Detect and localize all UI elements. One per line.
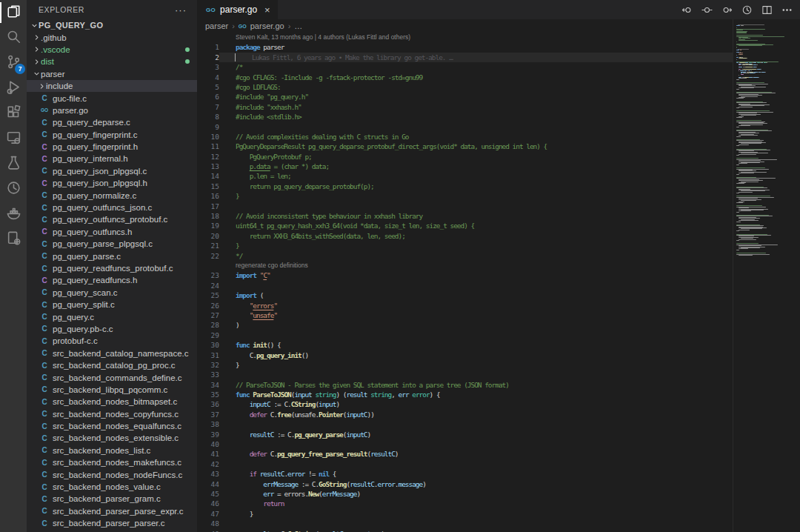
tree-item-parser.go[interactable]: GOparser.go [27, 104, 197, 116]
activity-item-docker[interactable] [0, 202, 27, 227]
tree-item-pg_query_scan.c[interactable]: Cpg_query_scan.c [27, 287, 197, 299]
codelens[interactable]: regenerate cgo definitions [197, 261, 733, 270]
code-line[interactable]: 23import "C" [197, 270, 733, 280]
code-line[interactable]: 46 return [197, 499, 733, 508]
tree-item-src_backend_nodes_extensible.c[interactable]: Csrc_backend_nodes_extensible.c [27, 432, 197, 444]
code-line[interactable]: 4#cgo CFLAGS: -Iinclude -g -fstack-prote… [197, 73, 733, 82]
tree-item-pg_query_readfuncs_protobuf.c[interactable]: Cpg_query_readfuncs_protobuf.c [27, 262, 197, 274]
code-line[interactable]: 2Lukas Fittl, 6 years ago • Make the lib… [197, 53, 733, 62]
tree-item-protobuf-c.c[interactable]: Cprotobuf-c.c [27, 335, 197, 347]
tree-item-pg_query_parse_plpgsql.c[interactable]: Cpg_query_parse_plpgsql.c [27, 238, 197, 250]
tree-item-pg_query_split.c[interactable]: Cpg_query_split.c [27, 299, 197, 310]
codelens[interactable]: Steven Kalt, 13 months ago | 4 authors (… [197, 33, 733, 42]
activity-item-project-manager[interactable] [0, 227, 27, 252]
tree-item-pg_query_json_plpgsql.c[interactable]: Cpg_query_json_plpgsql.c [27, 165, 197, 177]
code-line[interactable]: 38 [197, 419, 733, 429]
minimap[interactable] [733, 19, 800, 532]
tree-item-src_backend_catalog_namespace.c[interactable]: Csrc_backend_catalog_namespace.c [27, 348, 197, 359]
code-line[interactable]: 8#include <stdlib.h> [197, 112, 733, 122]
code-line[interactable]: 39 resultC := C.pg_query_parse(inputC) [197, 430, 733, 439]
code-line[interactable]: 42 [197, 459, 733, 469]
tree-item-pg_query_internal.h[interactable]: Cpg_query_internal.h [27, 153, 197, 164]
tree-item-parser[interactable]: parser [27, 68, 197, 80]
code-line[interactable]: 6#include "pg_query.h" [197, 92, 733, 102]
code-line[interactable]: 7#include "xxhash.h" [197, 102, 733, 112]
tree-item-src_backend_commands_define.c[interactable]: Csrc_backend_commands_define.c [27, 371, 197, 383]
next-change-button[interactable] [721, 4, 733, 16]
code-line[interactable]: 3/* [197, 62, 733, 72]
activity-item-remote-explorer[interactable] [0, 126, 27, 151]
tree-item-pg_query_outfuncs_protobuf.c[interactable]: Cpg_query_outfuncs_protobuf.c [27, 213, 197, 225]
close-icon[interactable]: × [264, 4, 270, 16]
tree-item-pg_query.c[interactable]: Cpg_query.c [27, 310, 197, 322]
open-changes-button[interactable] [701, 4, 713, 16]
code-line[interactable]: 12 PgQueryProtobuf p; [197, 152, 733, 162]
tree-item-src_backend_nodes_nodeFuncs.c[interactable]: Csrc_backend_nodes_nodeFuncs.c [27, 468, 197, 480]
tree-item-pg_query_normalize.c[interactable]: Cpg_query_normalize.c [27, 189, 197, 201]
code-line[interactable]: 16} [197, 191, 733, 201]
tree-item-src_backend_libpq_pqcomm.c[interactable]: Csrc_backend_libpq_pqcomm.c [27, 384, 197, 396]
code-line[interactable]: 25import ( [197, 290, 733, 300]
code-line[interactable]: 22*/ [197, 251, 733, 261]
tree-item-.github[interactable]: .github [27, 31, 197, 43]
code-line[interactable]: 1package parser [197, 42, 733, 52]
tree-item-src_backend_nodes_copyfuncs.c[interactable]: Csrc_backend_nodes_copyfuncs.c [27, 408, 197, 420]
code-line[interactable]: 34// ParseToJSON - Parses the given SQL … [197, 380, 733, 390]
tree-item-pg_query_readfuncs.h[interactable]: Cpg_query_readfuncs.h [27, 274, 197, 286]
tree-item-src_backend_parser_parse_expr.c[interactable]: Csrc_backend_parser_parse_expr.c [27, 505, 197, 517]
code-line[interactable]: 20 return XXH3_64bits_withSeed(data, len… [197, 231, 733, 241]
code-line[interactable]: 18// Avoid inconsistent type behaviour i… [197, 211, 733, 221]
code-line[interactable]: 10// Avoid complexities dealing with C s… [197, 132, 733, 142]
code-line[interactable]: 41 defer C.pg_query_free_parse_result(re… [197, 449, 733, 459]
tree-root-pg-query-go[interactable]: PG_QUERY_GO [27, 19, 197, 31]
code-line[interactable]: 40 [197, 439, 733, 449]
code-line[interactable]: 31 C.pg_query_init() [197, 350, 733, 360]
code-line[interactable]: 32} [197, 360, 733, 370]
tree-item-src_backend_nodes_equalfuncs.c[interactable]: Csrc_backend_nodes_equalfuncs.c [27, 420, 197, 432]
code-line[interactable]: 9 [197, 122, 733, 132]
code-line[interactable]: 27 "unsafe" [197, 310, 733, 320]
activity-item-source-control[interactable]: 7 [0, 50, 27, 76]
code-line[interactable]: 49 result = C.GoString(resultC.parse_tre… [197, 529, 733, 532]
activity-item-extensions[interactable] [0, 101, 27, 126]
code-line[interactable]: 13 p.data = (char *) data; [197, 162, 733, 171]
code-line[interactable]: 43 if resultC.error != nil { [197, 469, 733, 479]
breadcrumb-item[interactable]: … [294, 21, 302, 30]
tree-item-include[interactable]: include [27, 80, 197, 92]
tree-item-dist[interactable]: dist [27, 56, 197, 67]
code-line[interactable]: 36 inputC := C.CString(input) [197, 399, 733, 409]
activity-item-explorer[interactable] [0, 0, 27, 25]
tree-item-src_backend_parser_parser.c[interactable]: Csrc_backend_parser_parser.c [27, 517, 197, 529]
activity-item-run-debug[interactable] [0, 76, 27, 101]
tree-item-.vscode[interactable]: .vscode [27, 44, 197, 56]
previous-change-button[interactable] [681, 4, 693, 16]
breadcrumb-item[interactable]: parser [205, 21, 228, 30]
code-line[interactable]: 35func ParseToJSON(input string) (result… [197, 390, 733, 399]
code-line[interactable]: 17 [197, 202, 733, 211]
code-line[interactable]: 30func init() { [197, 340, 733, 350]
tree-item-pg_query.pb-c.c[interactable]: Cpg_query.pb-c.c [27, 323, 197, 335]
tree-item-src_backend_parser_gram.c[interactable]: Csrc_backend_parser_gram.c [27, 493, 197, 505]
tree-item-guc-file.c[interactable]: Cguc-file.c [27, 92, 197, 104]
split-editor-button[interactable] [761, 4, 773, 16]
tree-item-pg_query_parse.c[interactable]: Cpg_query_parse.c [27, 250, 197, 262]
tree-item-pg_query_outfuncs.h[interactable]: Cpg_query_outfuncs.h [27, 226, 197, 238]
code-line[interactable]: 33 [197, 370, 733, 379]
tree-item-src_backend_nodes_bitmapset.c[interactable]: Csrc_backend_nodes_bitmapset.c [27, 396, 197, 408]
code-line[interactable]: 11PgQueryDeparseResult pg_query_deparse_… [197, 142, 733, 151]
tree-item-pg_query_fingerprint.c[interactable]: Cpg_query_fingerprint.c [27, 129, 197, 141]
tree-item-src_backend_nodes_list.c[interactable]: Csrc_backend_nodes_list.c [27, 445, 197, 456]
activity-item-gitlens[interactable] [0, 176, 27, 202]
code-line[interactable]: 14 p.len = len; [197, 171, 733, 181]
code-line[interactable]: 19uint64_t pg_query_hash_xxh3_64(void *d… [197, 221, 733, 230]
tab-parser-go[interactable]: GO parser.go × [197, 0, 278, 19]
code-line[interactable]: 26 "errors" [197, 301, 733, 310]
code-line[interactable]: 15 return pg_query_deparse_protobuf(p); [197, 182, 733, 191]
breadcrumb-item[interactable]: parser.go [250, 21, 284, 30]
tree-item-pg_query_json_plpgsql.h[interactable]: Cpg_query_json_plpgsql.h [27, 177, 197, 189]
code-line[interactable]: 48 [197, 519, 733, 528]
tree-item-src_backend_nodes_makefuncs.c[interactable]: Csrc_backend_nodes_makefuncs.c [27, 456, 197, 468]
activity-item-testing[interactable] [0, 151, 27, 176]
tree-item-pg_query_fingerprint.h[interactable]: Cpg_query_fingerprint.h [27, 141, 197, 153]
code-line[interactable]: 24 [197, 281, 733, 290]
